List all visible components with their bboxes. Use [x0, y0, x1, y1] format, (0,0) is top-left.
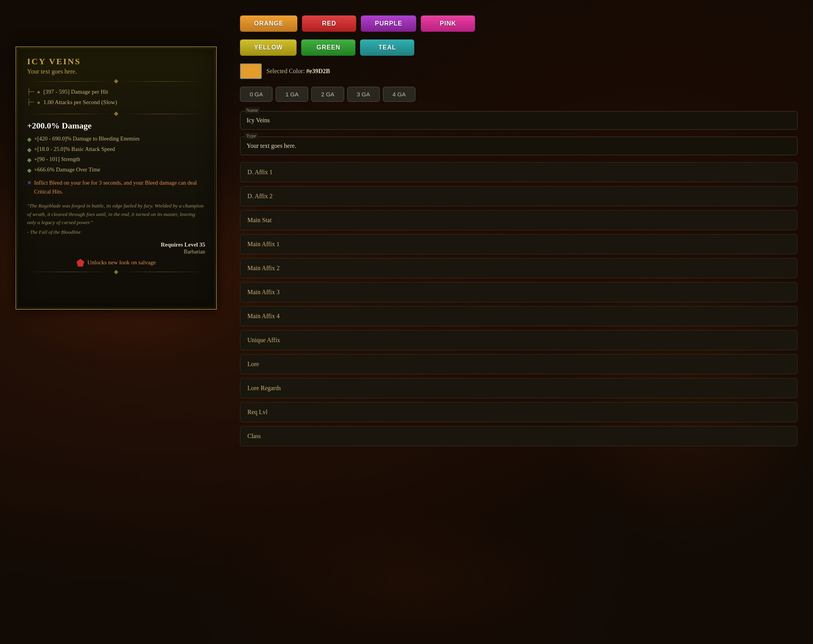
affix-3: ◆ +[90 - 101] Strength [27, 154, 205, 165]
unique-affix-button[interactable]: Unique Affix [240, 330, 798, 350]
selected-color-label: Selected Color: #e39D2B [266, 68, 330, 75]
name-label: Name [245, 107, 260, 113]
main-affix-2-button[interactable]: Main Affix 2 [240, 258, 798, 278]
affix-diamond-2: ◆ [27, 145, 32, 155]
orange-button[interactable]: ORANGE [240, 15, 297, 32]
ga-3-button[interactable]: 3 GA [347, 87, 380, 102]
color-buttons: ORANGE RED PURPLE PINK [240, 15, 798, 32]
ga-2-button[interactable]: 2 GA [311, 87, 344, 102]
ga-4-button[interactable]: 4 GA [383, 87, 415, 102]
divider-line-right [120, 81, 205, 82]
base-stat-2: ◆ 1.00 Attacks per Second (Slow) [27, 97, 205, 108]
affixes: ◆ +[420 - 690.0]% Damage to Bleeding Ene… [27, 134, 205, 175]
divider-mid [27, 112, 205, 115]
stat-diamond-1: ◆ [37, 89, 40, 96]
class-button[interactable]: Class [240, 426, 798, 446]
green-button[interactable]: GREEN [301, 39, 355, 56]
main-affix-4-button[interactable]: Main Affix 4 [240, 306, 798, 326]
item-type: Your text goes here. [27, 68, 205, 75]
main-affix-1-button[interactable]: Main Affix 1 [240, 234, 798, 254]
divider-line-right3 [120, 272, 205, 272]
name-field-group: Name [240, 111, 798, 130]
teal-button[interactable]: TEAL [360, 39, 414, 56]
main-affix-3-button[interactable]: Main Affix 3 [240, 282, 798, 302]
base-stats: ◆ [397 - 595] Damage per Hit ◆ 1.00 Atta… [27, 87, 205, 108]
ga-1-button[interactable]: 1 GA [276, 87, 308, 102]
lore-regards-button[interactable]: Lore Regards [240, 378, 798, 398]
unique-affix-icon: ✳ [27, 179, 32, 187]
affix-2: ◆ +[18.0 - 25.0]% Basic Attack Speed [27, 144, 205, 155]
controls-panel: ORANGE RED PURPLE PINK YELLOW GREEN TEAL… [240, 15, 798, 450]
class-label: Barbarian [27, 249, 205, 255]
red-button[interactable]: RED [302, 15, 356, 32]
divider-diamond2 [114, 111, 118, 116]
affix-4: ◆ +666.6% Damage Over Time [27, 165, 205, 175]
affix-1: ◆ +[420 - 690.0]% Damage to Bleeding Ene… [27, 134, 205, 144]
main-damage: +200.0% Damage [27, 121, 205, 131]
color-hex-value: #e39D2B [306, 68, 330, 74]
salvage-icon [77, 259, 84, 267]
item-card: ICY VEINS Your text goes here. ◆ [397 - … [15, 46, 217, 310]
d-affix-1-button[interactable]: D. Affix 1 [240, 162, 798, 182]
field-buttons: D. Affix 1 D. Affix 2 Main Stat Main Aff… [240, 162, 798, 450]
affix-diamond-1: ◆ [27, 135, 32, 144]
purple-button[interactable]: PURPLE [361, 15, 416, 32]
selected-color-row: Selected Color: #e39D2B [240, 63, 798, 79]
d-affix-2-button[interactable]: D. Affix 2 [240, 186, 798, 206]
salvage-text: Unlocks new look on salvage [87, 259, 156, 266]
base-stat-1: ◆ [397 - 595] Damage per Hit [27, 87, 205, 97]
main-stat-button[interactable]: Main Stat [240, 210, 798, 230]
divider-diamond3 [114, 270, 118, 274]
stat-diamond-2: ◆ [37, 99, 40, 106]
lore-button[interactable]: Lore [240, 354, 798, 374]
type-input[interactable] [240, 137, 798, 155]
affix-diamond-4: ◆ [27, 166, 32, 175]
name-input[interactable] [240, 111, 798, 130]
color-buttons-row2: YELLOW GREEN TEAL [240, 39, 798, 56]
divider-bottom [27, 271, 205, 274]
color-swatch[interactable] [240, 63, 262, 79]
req-lvl-button[interactable]: Req Lvl [240, 402, 798, 422]
ga-buttons: 0 GA 1 GA 2 GA 3 GA 4 GA [240, 87, 798, 102]
req-level: Requires Level 35 [27, 242, 205, 248]
type-label: Type [245, 133, 258, 139]
divider-top [27, 80, 205, 83]
affix-diamond-3: ◆ [27, 155, 32, 165]
salvage-row: Unlocks new look on salvage [27, 259, 205, 267]
divider-diamond [114, 79, 118, 83]
lore-source: - The Fall of the Bloodline [27, 229, 205, 235]
ga-0-button[interactable]: 0 GA [240, 87, 273, 102]
type-field-group: Type [240, 137, 798, 155]
item-name: ICY VEINS [27, 57, 205, 67]
lore-text: "The Rageblade was forged in battle, its… [27, 202, 205, 227]
yellow-button[interactable]: YELLOW [240, 39, 297, 56]
divider-line-right2 [120, 114, 205, 114]
divider-line-left [27, 81, 112, 82]
unique-affix-text: ✳ Inflict Bleed on your foe for 3 second… [27, 178, 205, 196]
pink-button[interactable]: PINK [421, 15, 475, 32]
divider-line-left3 [27, 272, 112, 272]
divider-line-left2 [27, 114, 112, 114]
